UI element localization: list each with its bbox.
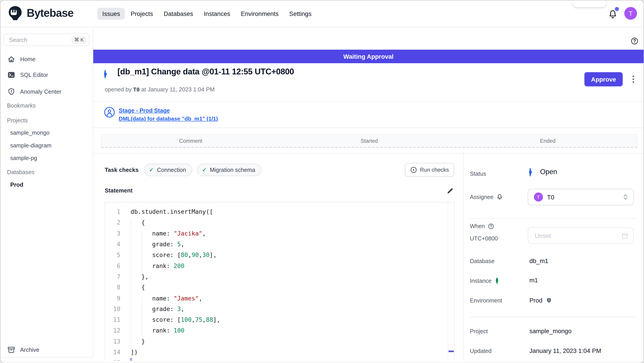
line-number: 10 <box>105 306 126 312</box>
approve-button[interactable]: Approve <box>584 72 622 86</box>
sidebar-database-prod[interactable]: Prod <box>10 181 23 188</box>
code-text: rank: 200 <box>126 263 184 269</box>
when-datetime-input[interactable]: Unset <box>528 227 634 244</box>
nav-tab-instances[interactable]: Instances <box>199 7 235 19</box>
statement-code-editor[interactable]: 1db.student.insertMany([2 {3 name: "Jaci… <box>105 202 455 361</box>
sidebar-section-databases: Databases <box>7 169 34 175</box>
run-checks-label: Run checks <box>420 167 449 173</box>
code-token: grade: <box>130 306 177 312</box>
search-box[interactable]: ⌘ K <box>4 34 90 46</box>
database-value: db_m1 <box>530 257 548 264</box>
main-nav: Issues Projects Databases Instances Envi… <box>97 7 316 20</box>
nav-tab-databases[interactable]: Databases <box>159 7 198 19</box>
search-input[interactable] <box>8 36 71 43</box>
sidebar-project-sample-mongo[interactable]: sample_mongo <box>10 129 50 136</box>
task-link[interactable]: DML(data) for database "db_m1" (1/1) <box>118 116 218 122</box>
code-line: 3 name: "Jacika", <box>105 228 448 239</box>
code-text: grade: 3, <box>126 306 184 312</box>
bell-small-icon <box>496 194 502 200</box>
code-token: 200 <box>174 263 184 269</box>
when-label-text: When <box>470 223 485 229</box>
code-token: , <box>188 252 192 258</box>
sidebar-item-home[interactable]: Home <box>0 54 93 64</box>
code-token: , <box>181 241 184 247</box>
line-number: 6 <box>105 263 126 269</box>
code-text: { <box>126 284 145 291</box>
code-line: 2 { <box>105 217 448 228</box>
stage-link[interactable]: Stage - Prod Stage <box>118 107 218 114</box>
notifications-bell-icon[interactable] <box>608 9 618 19</box>
code-token: 5 <box>177 241 181 247</box>
status-label: Status <box>470 170 486 177</box>
check-badge-connection[interactable]: ✓ Connection <box>144 164 192 176</box>
code-text: ]) <box>126 349 138 356</box>
editor-overview-ruler <box>448 202 454 361</box>
terminal-icon <box>8 71 15 79</box>
more-options-kebab-icon[interactable] <box>628 73 638 86</box>
nav-tab-environments[interactable]: Environments <box>236 7 284 19</box>
assignee-label-text: Assignee <box>470 194 493 200</box>
code-line: 10 grade: 3, <box>105 304 448 314</box>
toast-remnant <box>572 0 606 7</box>
code-text: } <box>126 338 145 345</box>
home-icon <box>8 55 15 63</box>
help-circle-icon[interactable] <box>631 37 638 45</box>
code-token: , <box>181 306 184 312</box>
code-token: , <box>199 295 202 301</box>
cursor-position-marker <box>448 351 454 352</box>
code-text: score: [80,90,30], <box>126 252 216 258</box>
code-lines: 1db.student.insertMany([2 {3 name: "Jaci… <box>105 206 448 361</box>
sidebar-item-sql-editor[interactable]: SQL Editor <box>0 70 93 79</box>
code-token: 100 <box>181 316 192 323</box>
code-token: score: [ <box>130 316 181 323</box>
column-header-ended: Ended <box>458 138 637 144</box>
task-detail-panel: Task checks ✓ Connection ✓ Migration sch… <box>93 153 464 361</box>
line-number: 1 <box>105 209 126 215</box>
nav-tab-projects[interactable]: Projects <box>126 7 158 19</box>
sidebar-project-sample-pg[interactable]: sample-pg <box>10 155 37 161</box>
text-cursor <box>130 358 132 361</box>
sidebar-item-archive[interactable]: Archive <box>0 345 93 355</box>
issue-title: [db_m1] Change data @01-11 12:55 UTC+080… <box>118 67 294 76</box>
task-run-table: Comment Started Ended <box>101 134 638 148</box>
line-number: 11 <box>105 316 126 323</box>
status-banner: Waiting Approval <box>93 50 644 63</box>
code-token: rank: <box>130 263 174 269</box>
status-value: Open <box>540 168 557 176</box>
line-number: 4 <box>105 241 126 247</box>
brand-logo[interactable]: Bytebase <box>8 5 73 21</box>
nav-tab-issues[interactable]: Issues <box>97 7 125 19</box>
code-token: } <box>130 338 145 345</box>
assignee-value: T0 <box>547 194 623 201</box>
nav-tab-settings[interactable]: Settings <box>284 7 316 19</box>
sidebar-item-label: Anomaly Center <box>20 88 62 95</box>
line-number: 5 <box>105 252 126 258</box>
code-token: name: <box>130 230 174 237</box>
when-timezone: UTC+0800 <box>470 235 498 242</box>
line-number: 14 <box>105 349 126 356</box>
chevron-up-down-icon <box>623 193 628 201</box>
assignee-select[interactable]: T T0 <box>528 189 634 205</box>
issue-status-radio-icon <box>104 70 106 78</box>
sidebar-item-anomaly-center[interactable]: Anomaly Center <box>0 86 93 96</box>
when-label: When <box>470 223 494 229</box>
check-badge-label: Migration schema <box>210 166 255 173</box>
opened-by-user: T0 <box>133 86 140 92</box>
code-token: , <box>199 252 202 258</box>
code-line: 1db.student.insertMany([ <box>105 206 448 217</box>
edit-pencil-icon[interactable] <box>446 188 454 195</box>
code-text: { <box>126 219 145 226</box>
code-token: 80 <box>181 252 188 258</box>
code-line: 5 score: [80,90,30], <box>105 250 448 260</box>
check-badge-migration-schema[interactable]: ✓ Migration schema <box>197 164 261 176</box>
code-line: 8 { <box>105 282 448 293</box>
statement-label: Statement <box>105 187 132 194</box>
sidebar-project-sample-diagram[interactable]: sample-diagram <box>10 142 52 149</box>
code-text: name: "James", <box>126 295 202 301</box>
code-token: score: [ <box>130 252 181 258</box>
code-token: db.student.insertMany([ <box>130 209 213 215</box>
user-avatar[interactable]: T <box>624 7 637 20</box>
run-checks-button[interactable]: Run checks <box>405 163 454 176</box>
code-line: 14]) <box>105 347 448 358</box>
issue-sidebar-panel: Status Open Assignee T T0 When <box>464 153 644 361</box>
